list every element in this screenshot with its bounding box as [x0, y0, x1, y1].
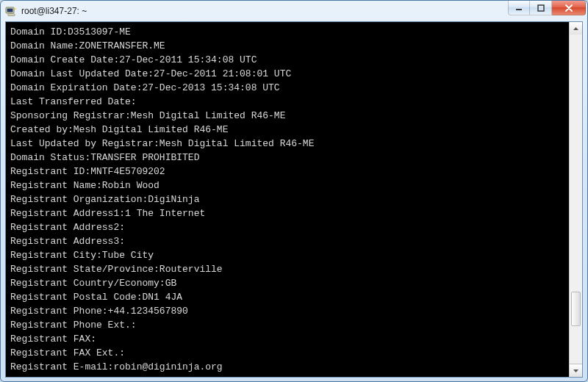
terminal-line: Domain Last Updated Date:27-Dec-2011 21:…	[10, 67, 564, 81]
scrollbar-thumb[interactable]	[571, 292, 581, 326]
chevron-up-icon	[573, 27, 578, 30]
terminal-line: Registrant Address3:	[10, 234, 564, 248]
svg-rect-2	[8, 14, 15, 16]
terminal-line: Registrant Name:Robin Wood	[10, 179, 564, 192]
terminal-output[interactable]: Domain ID:D3513097-MEDomain Name:ZONETRA…	[6, 22, 569, 377]
svg-rect-4	[516, 9, 522, 10]
terminal-line: Domain Create Date:27-Dec-2011 15:34:08 …	[10, 53, 564, 67]
terminal-line: Registrant Phone:+44.1234567890	[10, 304, 564, 318]
terminal-line: Registrant City:Tube City	[10, 248, 564, 262]
vertical-scrollbar[interactable]	[569, 22, 582, 377]
minimize-icon	[515, 4, 523, 12]
terminal-line: Registrant Postal Code:DN1 4JA	[10, 290, 564, 304]
terminal-line: Domain Expiration Date:27-Dec-2013 15:34…	[10, 81, 564, 95]
terminal-line: Registrant Phone Ext.:	[10, 318, 564, 332]
scroll-up-button[interactable]	[570, 22, 582, 35]
terminal-line: Created by:Mesh Digital Limited R46-ME	[10, 123, 564, 137]
terminal-line: Registrant Organization:DigiNinja	[10, 192, 564, 206]
window-title: root@li347-27: ~	[21, 6, 508, 16]
terminal-line: Domain ID:D3513097-ME	[10, 25, 564, 39]
close-button[interactable]	[552, 1, 586, 15]
terminal-line: Registrant FAX Ext.:	[10, 346, 564, 360]
terminal-line: Registrant Address1:1 The Internet	[10, 206, 564, 220]
terminal-line: Domain Name:ZONETRANSFER.ME	[10, 39, 564, 53]
terminal-line: Registrant State/Province:Routerville	[10, 262, 564, 276]
scroll-down-button[interactable]	[570, 364, 582, 377]
client-area: Domain ID:D3513097-MEDomain Name:ZONETRA…	[5, 21, 583, 378]
maximize-button[interactable]	[530, 1, 552, 15]
window-controls	[508, 1, 587, 21]
terminal-line: Sponsoring Registrar:Mesh Digital Limite…	[10, 109, 564, 123]
maximize-icon	[537, 4, 545, 12]
putty-icon	[5, 5, 17, 17]
app-window: root@li347-27: ~ Domain ID:D3513097-MEDo…	[0, 0, 588, 382]
titlebar[interactable]: root@li347-27: ~	[1, 1, 587, 21]
terminal-line: Registrant FAX:	[10, 332, 564, 346]
chevron-down-icon	[573, 370, 578, 372]
terminal-line: Domain Status:TRANSFER PROHIBITED	[10, 151, 564, 165]
minimize-button[interactable]	[508, 1, 530, 15]
terminal-line: Registrant Country/Economy:GB	[10, 276, 564, 290]
svg-rect-1	[7, 9, 13, 12]
scrollbar-track[interactable]	[570, 35, 582, 364]
svg-line-3	[15, 8, 16, 10]
terminal-line: Last Transferred Date:	[10, 95, 564, 109]
terminal-line: Last Updated by Registrar:Mesh Digital L…	[10, 137, 564, 151]
terminal-line: Registrant ID:MNTF4E5709202	[10, 165, 564, 179]
svg-rect-5	[538, 5, 544, 11]
terminal-line: Registrant Address2:	[10, 220, 564, 234]
terminal-line: Registrant E-mail:robin@digininja.org	[10, 360, 564, 374]
close-icon	[564, 4, 573, 12]
